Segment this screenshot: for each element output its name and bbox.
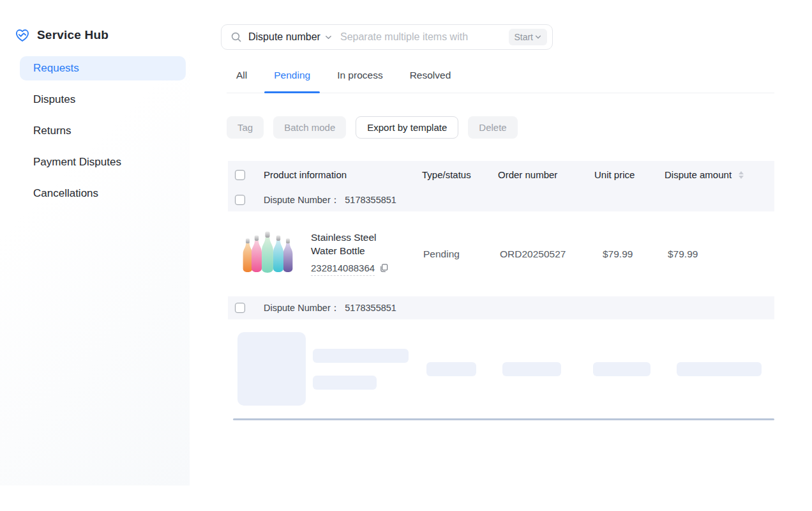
sort-arrows-icon[interactable] bbox=[739, 171, 744, 179]
dispute-group-row: Dispute Number： 5178355851 bbox=[228, 296, 774, 319]
search-bar: Dispute number Start bbox=[221, 24, 553, 50]
toolbar: Tag Batch mode Export by template Delete bbox=[227, 116, 812, 139]
sidebar-item-label: Cancellations bbox=[33, 187, 98, 200]
row-status: Pending bbox=[421, 248, 497, 260]
sidebar-item-disputes[interactable]: Disputes bbox=[20, 88, 186, 112]
skeleton-text-line bbox=[313, 376, 377, 390]
tab-label: All bbox=[236, 68, 247, 81]
column-unit-price: Unit price bbox=[593, 169, 665, 180]
export-by-template-button[interactable]: Export by template bbox=[356, 116, 458, 139]
match-mode-label: Start bbox=[514, 32, 533, 42]
sidebar-item-label: Disputes bbox=[33, 93, 75, 106]
main-content: Dispute number Start All Pendi bbox=[221, 0, 812, 511]
tab-pending[interactable]: Pending bbox=[264, 68, 320, 93]
table-row: Stainless Steel Water Bottle 23281408836… bbox=[228, 211, 774, 296]
select-all-checkbox[interactable] bbox=[235, 170, 245, 180]
heart-link-icon bbox=[14, 27, 31, 43]
skeleton-cell bbox=[677, 362, 762, 376]
product-id: 232814088364 bbox=[311, 263, 375, 276]
tab-label: Pending bbox=[274, 68, 310, 81]
sidebar-nav: Requests Disputes Returns Payment Disput… bbox=[20, 56, 186, 206]
copy-icon[interactable] bbox=[379, 263, 389, 273]
search-icon bbox=[230, 31, 242, 43]
column-dispute-amount: Dispute amount bbox=[665, 169, 774, 180]
tab-label: In process bbox=[337, 68, 383, 81]
tab-all[interactable]: All bbox=[227, 68, 257, 93]
skeleton-image bbox=[237, 332, 306, 406]
tag-button[interactable]: Tag bbox=[227, 116, 264, 139]
tab-resolved[interactable]: Resolved bbox=[400, 68, 461, 93]
match-mode-dropdown[interactable]: Start bbox=[509, 29, 547, 45]
row-dispute-amount: $79.99 bbox=[665, 248, 774, 260]
sidebar-item-returns[interactable]: Returns bbox=[20, 119, 186, 143]
dispute-group-row: Dispute Number： 5178355851 bbox=[228, 188, 774, 211]
disputes-table: Product information Type/status Order nu… bbox=[228, 161, 774, 420]
product-name: Stainless Steel Water Bottle bbox=[311, 231, 395, 258]
skeleton-cell bbox=[502, 362, 561, 376]
dispute-number-label: Dispute Number： bbox=[264, 302, 340, 314]
row-unit-price: $79.99 bbox=[593, 248, 665, 260]
sidebar-item-requests[interactable]: Requests bbox=[20, 56, 186, 80]
delete-button[interactable]: Delete bbox=[468, 116, 517, 139]
row-order-number: ORD20250527 bbox=[497, 248, 593, 260]
sidebar-item-label: Returns bbox=[33, 125, 71, 137]
tab-in-process[interactable]: In process bbox=[327, 68, 393, 93]
brand-title: Service Hub bbox=[37, 28, 109, 42]
skeleton-text-line bbox=[313, 349, 409, 363]
product-image[interactable] bbox=[237, 224, 298, 284]
skeleton-cell bbox=[593, 362, 650, 376]
tab-label: Resolved bbox=[410, 68, 451, 81]
search-filter-dropdown[interactable]: Dispute number bbox=[248, 31, 333, 43]
status-tabs: All Pending In process Resolved bbox=[227, 68, 774, 93]
skeleton-cell bbox=[426, 362, 476, 376]
table-header: Product information Type/status Order nu… bbox=[228, 161, 774, 188]
table-row-loading bbox=[228, 319, 774, 418]
search-filter-label: Dispute number bbox=[248, 31, 320, 43]
column-type-status: Type/status bbox=[421, 169, 497, 180]
sidebar-item-cancellations[interactable]: Cancellations bbox=[20, 181, 186, 206]
sidebar-item-payment-disputes[interactable]: Payment Disputes bbox=[20, 150, 186, 174]
horizontal-scrollbar[interactable] bbox=[233, 418, 774, 420]
sidebar-item-label: Payment Disputes bbox=[33, 156, 121, 169]
sidebar-item-label: Requests bbox=[33, 62, 79, 75]
dispute-number-label: Dispute Number： bbox=[264, 194, 340, 206]
sidebar: Service Hub Requests Disputes Returns Pa… bbox=[0, 0, 190, 485]
group-checkbox[interactable] bbox=[235, 303, 245, 313]
batch-mode-button[interactable]: Batch mode bbox=[273, 116, 346, 139]
app-window: Service Hub Requests Disputes Returns Pa… bbox=[0, 0, 812, 511]
dispute-number-value: 5178355851 bbox=[345, 195, 396, 205]
chevron-down-icon bbox=[324, 33, 333, 42]
brand: Service Hub bbox=[0, 26, 190, 45]
chevron-down-icon bbox=[534, 33, 542, 41]
column-order-number: Order number bbox=[497, 169, 593, 180]
group-checkbox[interactable] bbox=[235, 195, 245, 205]
search-input[interactable] bbox=[340, 31, 509, 43]
dispute-number-value: 5178355851 bbox=[345, 303, 396, 313]
column-product-information: Product information bbox=[264, 169, 421, 180]
